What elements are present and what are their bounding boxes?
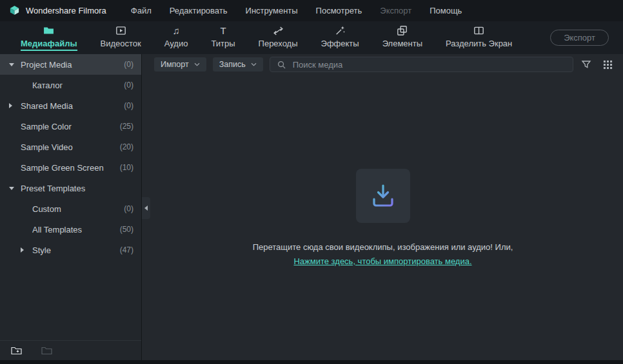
sidebar-item-sample-color[interactable]: Sample Color (25) — [0, 116, 141, 137]
chevron-down-icon[interactable] — [9, 63, 21, 66]
menu-edit[interactable]: Редактировать — [161, 0, 237, 21]
grid-view-icon[interactable] — [602, 59, 614, 71]
item-count: (0) — [124, 60, 134, 69]
media-dropzone[interactable]: Перетащите сюда свои видеоклипы, изображ… — [143, 75, 623, 360]
item-count: (0) — [124, 81, 134, 90]
elements-icon — [397, 25, 408, 37]
chevron-right-icon[interactable] — [9, 103, 21, 108]
tabbar: Медиафайлы Видеосток ♫ Аудио T Титры Пер… — [0, 21, 623, 54]
chevron-left-icon — [144, 206, 148, 211]
filmora-window: Wondershare Filmora Файл Редактировать И… — [0, 0, 623, 364]
media-toolbar: Импорт Запись — [143, 54, 623, 75]
transitions-icon — [273, 25, 284, 37]
item-count: (10) — [120, 163, 134, 172]
import-button[interactable]: Импорт — [154, 57, 206, 72]
sidebar-footer — [0, 340, 141, 360]
item-count: (25) — [120, 122, 134, 131]
tab-label: Переходы — [259, 39, 298, 51]
tab-split-screen[interactable]: Разделить Экран — [434, 21, 524, 54]
chevron-right-icon[interactable] — [21, 247, 32, 253]
tab-transitions[interactable]: Переходы — [247, 21, 310, 54]
item-count: (20) — [120, 142, 134, 151]
menu-items: Файл Редактировать Инструменты Посмотрет… — [122, 0, 471, 21]
split-screen-icon — [473, 25, 484, 37]
sidebar-item-style[interactable]: Style (47) — [0, 240, 141, 260]
sidebar-collapse-handle[interactable] — [142, 197, 150, 219]
import-media-icon[interactable] — [356, 169, 410, 223]
search-icon — [277, 60, 286, 70]
item-count: (0) — [124, 101, 134, 110]
tab-elements[interactable]: Элементы — [371, 21, 434, 54]
sidebar-item-shared-media[interactable]: Shared Media (0) — [0, 95, 141, 116]
import-media-link[interactable]: Нажмите здесь, чтобы импортировать медиа… — [293, 256, 471, 266]
chevron-down-icon — [194, 62, 200, 66]
effects-icon — [335, 25, 346, 37]
menu-view[interactable]: Посмотреть — [307, 0, 371, 21]
new-folder-icon[interactable] — [10, 345, 23, 356]
tab-media-files[interactable]: Медиафайлы — [9, 21, 89, 54]
sidebar-item-custom[interactable]: Custom (0) — [0, 198, 141, 219]
record-button[interactable]: Запись — [213, 57, 263, 72]
menu-tools[interactable]: Инструменты — [237, 0, 307, 21]
tab-video-stock[interactable]: Видеосток — [89, 21, 153, 54]
item-count: (47) — [120, 245, 134, 254]
search-bar[interactable] — [270, 57, 573, 72]
menubar: Wondershare Filmora Файл Редактировать И… — [0, 0, 623, 21]
sidebar-item-preset-templates[interactable]: Preset Templates — [0, 178, 141, 198]
sidebar-item-sample-green-screen[interactable]: Sample Green Screen (10) — [0, 157, 141, 178]
app-title: Wondershare Filmora — [26, 6, 106, 15]
tab-label: Разделить Экран — [446, 39, 512, 51]
menu-export: Экспорт — [371, 0, 420, 21]
media-library-sidebar: Project Media (0) Каталог (0) Shared Med… — [0, 54, 142, 360]
tab-label: Аудио — [164, 39, 188, 51]
sidebar-item-katalog[interactable]: Каталог (0) — [0, 75, 141, 95]
search-input[interactable] — [292, 59, 566, 70]
dropzone-message: Перетащите сюда свои видеоклипы, изображ… — [253, 242, 513, 252]
tab-label: Видеосток — [101, 39, 141, 51]
titles-icon: T — [220, 25, 226, 37]
sidebar-item-sample-video[interactable]: Sample Video (20) — [0, 137, 141, 157]
menu-file[interactable]: Файл — [122, 0, 161, 21]
tab-titles[interactable]: T Титры — [199, 21, 246, 54]
video-stock-icon — [115, 25, 126, 37]
sidebar-item-all-templates[interactable]: All Templates (50) — [0, 219, 141, 240]
filter-icon[interactable] — [580, 58, 593, 71]
media-files-icon — [43, 25, 54, 37]
bottom-divider — [0, 360, 623, 364]
filmora-logo-icon — [9, 5, 20, 16]
item-count: (50) — [120, 225, 134, 234]
sidebar-item-project-media[interactable]: Project Media (0) — [0, 54, 141, 75]
export-button[interactable]: Экспорт — [550, 30, 609, 46]
folder-icon[interactable] — [41, 345, 53, 356]
item-count: (0) — [124, 204, 134, 213]
tab-label: Титры — [211, 39, 235, 51]
menu-help[interactable]: Помощь — [420, 0, 471, 21]
tab-label: Медиафайлы — [21, 39, 77, 51]
tab-label: Эффекты — [321, 39, 359, 51]
tab-label: Элементы — [382, 39, 422, 51]
tab-effects[interactable]: Эффекты — [310, 21, 371, 54]
chevron-down-icon — [251, 62, 257, 66]
tab-audio[interactable]: ♫ Аудио — [153, 21, 200, 54]
chevron-down-icon[interactable] — [9, 187, 21, 190]
audio-icon: ♫ — [172, 25, 179, 37]
